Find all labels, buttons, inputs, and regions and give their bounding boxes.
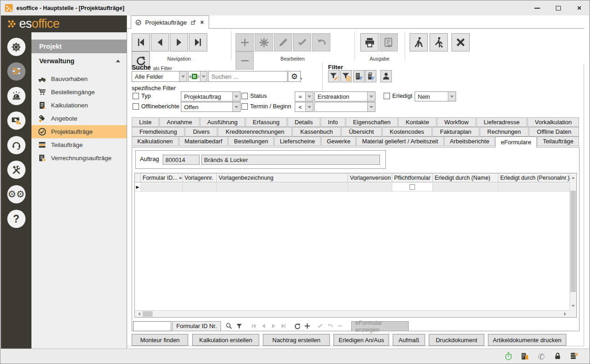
scroll-down-icon[interactable]: [570, 303, 576, 309]
search-settings-button[interactable]: ⚙: [288, 71, 301, 82]
termin-checkbox[interactable]: [241, 103, 248, 110]
search-input[interactable]: [209, 73, 294, 80]
tab-kassenbuch[interactable]: Kassenbuch: [292, 127, 341, 136]
tab-fremdleistung[interactable]: Fremdleistung: [132, 127, 185, 136]
monteur-finden-button[interactable]: Monteur finden: [132, 334, 188, 346]
tab-erfassung[interactable]: Erfassung: [246, 117, 287, 127]
offlineberichte-checkbox[interactable]: [133, 103, 139, 110]
filter-person-button[interactable]: [380, 70, 392, 82]
filter-apply-button[interactable]: [340, 70, 352, 82]
nav-item-teilauftraege[interactable]: Teilaufträge: [31, 138, 127, 152]
cancel-button[interactable]: [451, 33, 470, 51]
vertical-scrollbar[interactable]: [569, 173, 576, 310]
tab-kalkulationen[interactable]: Kalkulationen: [132, 136, 179, 146]
col-vorlagennr[interactable]: Vorlagennr.: [183, 173, 217, 182]
tab-vorkalkulation[interactable]: Vorkalkulation: [528, 117, 579, 127]
typ-select[interactable]: Projektauftrag: [181, 91, 241, 101]
formular-id-search-button[interactable]: Formular ID Nr.: [172, 321, 221, 331]
col-vorlagenbezeichnung[interactable]: Vorlagenbezeichnung: [217, 173, 348, 182]
nav-item-bauvorhaben[interactable]: Bauvorhaben: [31, 72, 127, 86]
phone-status-icon[interactable]: ✆: [537, 352, 546, 361]
offlineberichte-select[interactable]: Offen: [181, 102, 241, 112]
nav-item-bestelleingaenge[interactable]: Bestelleingänge: [31, 86, 127, 99]
nav-prev-button[interactable]: [151, 33, 169, 51]
tab-kreditorenrechnungen[interactable]: Kreditorenrechnungen: [218, 127, 292, 136]
artikeldokumente-drucken-button[interactable]: Artikeldokumente drucken: [488, 334, 566, 346]
nachtrag-erstellen-button[interactable]: Nachtrag erstellen: [263, 334, 330, 346]
termin-value-select[interactable]: [314, 102, 375, 112]
filter-company-button[interactable]: [365, 70, 376, 82]
timer-status-icon[interactable]: [504, 352, 513, 361]
horizontal-scrollbar[interactable]: [135, 310, 569, 317]
tab-uebersicht[interactable]: Übersicht: [341, 127, 382, 136]
tab-materialbedarf[interactable]: Materialbedarf: [179, 136, 228, 146]
tab-material-geliefert[interactable]: Material geliefert / Arbeitszeit: [356, 136, 443, 146]
erledigen-an-aus-button[interactable]: Erledigen An/Aus: [333, 334, 389, 346]
monteur-walk-button[interactable]: [410, 33, 428, 51]
nav-item-projektauftraege[interactable]: Projektaufträge: [31, 125, 127, 138]
rail-item-resource-planning[interactable]: [7, 62, 26, 81]
tab-rechnungen[interactable]: Rechnungen: [480, 127, 529, 136]
kalkulation-erstellen-button[interactable]: Kalkulation erstellen: [192, 334, 259, 346]
status-value-select[interactable]: Erstreaktion: [314, 91, 375, 101]
grid-filter-button[interactable]: [235, 322, 244, 331]
grid-add-button[interactable]: [303, 322, 312, 331]
tab-ausfuehrung[interactable]: Ausführung: [200, 117, 245, 127]
monteur-run-button[interactable]: [430, 33, 448, 51]
col-pflichtformular[interactable]: Pflichtformular: [392, 173, 433, 182]
tab-offline-daten[interactable]: Offline Daten: [529, 127, 579, 136]
rail-item-helm[interactable]: [7, 38, 26, 56]
tab-details[interactable]: Details: [287, 117, 320, 127]
maximize-button[interactable]: [548, 0, 569, 15]
erledigt-select[interactable]: Nein: [415, 91, 456, 101]
vertical-scroll-thumb[interactable]: [570, 191, 576, 292]
close-button[interactable]: [569, 0, 590, 15]
tab-annahme[interactable]: Annahme: [159, 117, 200, 127]
rail-item-service-alarm[interactable]: [7, 87, 26, 105]
aufmass-button[interactable]: Aufmaß: [393, 334, 425, 346]
nav-next-button[interactable]: [170, 33, 188, 51]
scroll-right-icon[interactable]: [562, 311, 569, 317]
tab-divers[interactable]: Divers: [185, 127, 217, 136]
external-link-icon[interactable]: [190, 19, 196, 26]
tab-bestellungen[interactable]: Bestellungen: [228, 136, 274, 146]
company-status-icon[interactable]: [520, 352, 529, 361]
table-row[interactable]: ▶: [135, 183, 569, 192]
formular-id-input[interactable]: [133, 321, 171, 331]
nav-item-kalkulationen[interactable]: Kalkulationen: [31, 99, 127, 112]
scroll-up-icon[interactable]: [570, 174, 576, 181]
nav-last-button[interactable]: [189, 33, 207, 51]
rail-item-finance[interactable]: [7, 111, 26, 130]
tab-info[interactable]: Info: [321, 117, 345, 127]
druckdokument-button[interactable]: Druckdokument: [429, 334, 484, 346]
lock-status-icon[interactable]: [553, 352, 562, 361]
pflichtformular-checkbox[interactable]: [410, 184, 415, 190]
database-status-icon[interactable]: [569, 352, 579, 361]
termin-operator-select[interactable]: <: [295, 102, 313, 112]
rail-item-help[interactable]: ?: [7, 210, 26, 228]
grid-search-button[interactable]: [225, 322, 234, 331]
tab-fakturaplan[interactable]: Fakturaplan: [432, 127, 479, 136]
status-operator-select[interactable]: =: [295, 91, 313, 101]
tab-kontakte[interactable]: Kontakte: [398, 117, 436, 127]
tab-eformulare[interactable]: eFormulare: [495, 136, 537, 147]
phonetic-search-toggle[interactable]: aBc: [188, 71, 207, 82]
tab-teilauftraege[interactable]: Teilaufträge: [537, 136, 579, 146]
nav-first-button[interactable]: [132, 33, 150, 51]
tab-liste[interactable]: Liste: [132, 117, 159, 127]
search-scope-select[interactable]: Alle Felder: [132, 71, 187, 82]
filter-branch-button[interactable]: [353, 70, 364, 82]
scroll-left-icon[interactable]: [136, 311, 143, 317]
auftrag-nr-field[interactable]: [163, 155, 200, 165]
tab-arbeitsberichte[interactable]: Arbeitsberichte: [444, 136, 495, 146]
tab-eigenschaften[interactable]: Eigenschaften: [346, 117, 398, 127]
horizontal-scroll-thumb[interactable]: [143, 311, 153, 317]
rail-item-support[interactable]: [7, 136, 26, 154]
col-formular-id[interactable]: Formular ID...: [141, 173, 183, 182]
col-vorlagenversion[interactable]: Vorlagenversion: [348, 173, 392, 182]
nav-item-angebote[interactable]: Angebote: [31, 112, 127, 125]
nav-section-verwaltung[interactable]: Verwaltung: [31, 55, 127, 67]
typ-checkbox[interactable]: [133, 93, 139, 99]
status-checkbox[interactable]: [241, 93, 248, 99]
tab-kostencodes[interactable]: Kostencodes: [382, 127, 432, 136]
